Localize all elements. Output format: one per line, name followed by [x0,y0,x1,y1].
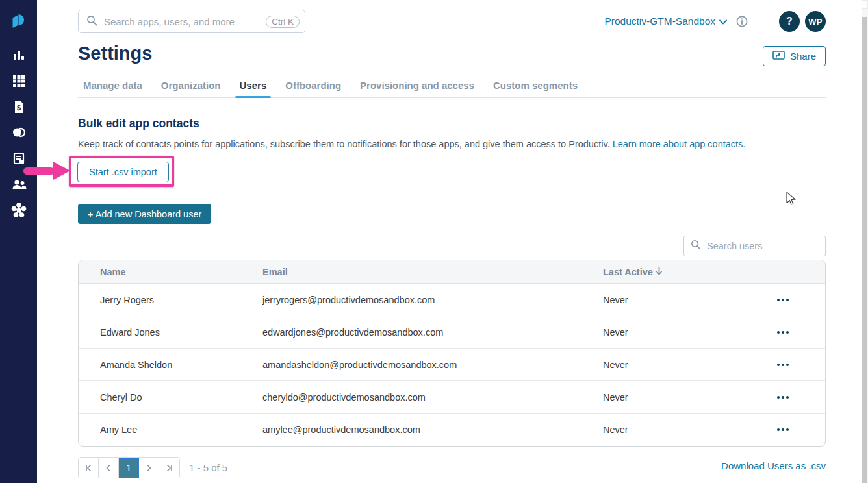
user-name-cell: Amy Lee [79,425,262,435]
bulk-edit-heading: Bulk edit app contacts [78,117,199,130]
global-search-placeholder: Search apps, users, and more [104,16,266,27]
table-row[interactable]: Edward Jones edwardjones@productivdemosa… [79,316,825,349]
download-users-csv-link[interactable]: Download Users as .csv [721,460,826,471]
add-dashboard-user-button[interactable]: + Add new Dashboard user [78,204,211,224]
user-last-active-cell: Never [603,295,741,305]
tab-offboarding[interactable]: Offboarding [285,77,341,97]
user-last-active-cell: Never [603,327,741,338]
column-header-name[interactable]: Name [79,267,262,277]
global-search-input[interactable]: Search apps, users, and more Ctrl K [78,10,305,33]
info-icon[interactable] [736,16,748,27]
table-row[interactable]: Jerry Rogers jerryrogers@productivdemosa… [79,284,825,316]
pagination-buttons: 1 [78,457,180,478]
tab-users[interactable]: Users [240,77,267,97]
share-button[interactable]: Share [763,46,826,66]
column-header-last-active[interactable]: Last Active [603,267,741,277]
user-email-cell: amylee@productivdemosandbox.com [262,425,603,435]
avatar[interactable]: WP [805,11,826,32]
share-label: Share [790,51,816,62]
column-header-email[interactable]: Email [262,267,603,277]
bulk-description-text: Keep track of contacts points for applic… [78,139,613,149]
user-last-active-cell: Never [603,360,741,370]
user-name-cell: Cheryl Do [79,392,262,402]
apps-grid-icon[interactable] [10,73,27,90]
overlap-venn-icon[interactable] [10,124,27,141]
tab-manage-data[interactable]: Manage data [83,77,142,97]
users-table-header: Name Email Last Active [79,260,825,284]
teams-people-icon[interactable] [10,176,27,193]
user-email-cell: cheryldo@productivdemosandbox.com [262,392,603,402]
user-name-cell: Amanda Sheldon [79,360,262,370]
svg-text:$: $ [17,104,21,112]
scrollbar-thumb[interactable] [862,17,867,483]
row-actions-menu-icon[interactable] [773,360,793,370]
analytics-bar-chart-icon[interactable] [10,47,27,64]
sort-descending-icon [656,267,663,277]
table-row[interactable]: Amy Lee amylee@productivdemosandbox.com … [79,414,825,446]
first-page-button[interactable] [79,458,99,478]
pagination: 1 1 - 5 of 5 [78,457,227,478]
pagination-range: 1 - 5 of 5 [189,462,227,473]
topbar-right: Productiv-GTM-Sandbox ? WP [604,11,826,32]
page-title: Settings [78,43,152,64]
users-table: Name Email Last Active Jerry Rogers jerr… [78,260,826,447]
scrollbar-up-arrow[interactable] [862,0,868,9]
table-row[interactable]: Cheryl Do cheryldo@productivdemosandbox.… [79,381,825,414]
search-users-input[interactable]: Search users [683,236,826,256]
share-icon [772,51,785,62]
start-csv-import-button[interactable]: Start .csv import [77,162,169,182]
workspace-name: Productiv-GTM-Sandbox [604,16,715,27]
learn-more-link[interactable]: Learn more about app contacts. [613,139,746,149]
row-actions-menu-icon[interactable] [773,327,793,338]
user-last-active-cell: Never [603,392,741,402]
users-table-body: Jerry Rogers jerryrogers@productivdemosa… [79,284,825,446]
row-actions-menu-icon[interactable] [773,295,793,305]
keyboard-shortcut-badge: Ctrl K [266,16,300,28]
spend-document-icon[interactable]: $ [10,99,27,116]
table-row[interactable]: Amanda Sheldon amandasheldon@productivde… [79,349,825,381]
vertical-scrollbar[interactable] [862,0,868,483]
user-email-cell: jerryrogers@productivdemosandbox.com [262,295,603,305]
row-actions-menu-icon[interactable] [773,392,793,402]
help-button[interactable]: ? [779,11,800,32]
search-icon [86,15,97,29]
sidebar: $ [0,0,37,483]
last-page-button[interactable] [159,458,179,478]
search-users-placeholder: Search users [707,241,762,251]
row-actions-menu-icon[interactable] [773,425,793,435]
user-email-cell: amandasheldon@productivdemosandbox.com [262,360,603,370]
user-email-cell: edwardjones@productivdemosandbox.com [262,327,603,338]
next-page-button[interactable] [139,458,159,478]
settings-tabs: Manage data Organization Users Offboardi… [78,77,826,98]
tab-custom-segments[interactable]: Custom segments [493,77,578,97]
workspace-selector[interactable]: Productiv-GTM-Sandbox [604,16,727,27]
settings-page: $ Search apps, users, and more Ctrl K Pr… [0,0,868,483]
bulk-edit-description: Keep track of contacts points for applic… [78,139,745,149]
chevron-down-icon [719,16,727,27]
search-icon [691,240,701,253]
previous-page-button[interactable] [99,458,119,478]
user-name-cell: Edward Jones [79,327,262,338]
user-last-active-cell: Never [603,425,741,435]
current-page-button[interactable]: 1 [119,458,139,478]
tab-organization[interactable]: Organization [161,77,221,97]
integrations-asterisk-icon[interactable] [10,202,27,219]
productiv-logo-icon[interactable] [9,12,29,31]
main-content: Search apps, users, and more Ctrl K Prod… [37,0,862,483]
user-name-cell: Jerry Rogers [79,295,262,305]
tab-provisioning-and-access[interactable]: Provisioning and access [360,77,474,97]
contracts-ledger-icon[interactable] [10,150,27,167]
